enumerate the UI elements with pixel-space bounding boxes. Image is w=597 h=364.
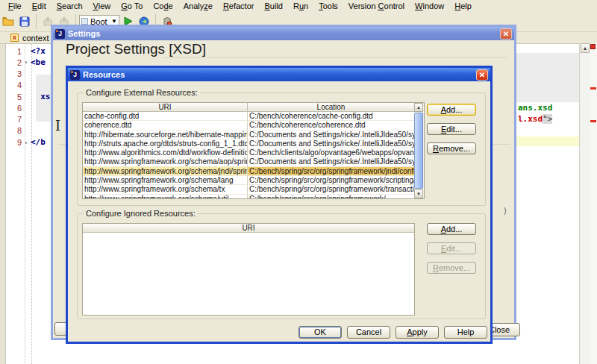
close-icon[interactable]: ✕ — [500, 28, 512, 40]
column-header-uri[interactable]: URI — [83, 224, 414, 232]
settings-titlebar[interactable]: J Settings ✕ — [53, 27, 514, 40]
line-number: 7 — [7, 115, 22, 124]
editor-selection-right — [516, 53, 579, 102]
menu-edit[interactable]: Edit — [27, 1, 51, 11]
table-cell[interactable]: cache-config.dtd — [83, 112, 247, 121]
close-icon[interactable]: ✕ — [476, 69, 488, 81]
menu-go-to[interactable]: Go To — [116, 1, 148, 11]
line-number: 1 — [7, 47, 22, 56]
table-scrollbar[interactable]: ▲ ▼ — [414, 102, 425, 199]
ok-button[interactable]: OK — [298, 326, 342, 339]
table-cell[interactable]: http://www.algorithmics.com/dtd/workflow… — [83, 148, 247, 157]
intellij-logo-icon: J — [55, 29, 65, 39]
editor-current-line-highlight — [516, 136, 579, 146]
tab-context-xml[interactable]: x context — [0, 34, 49, 43]
error-stripe-top-mark[interactable] — [590, 44, 596, 49]
add-button[interactable]: Add... — [427, 223, 476, 235]
fold-marker-icon[interactable]: ▾ — [22, 59, 31, 66]
table-cell[interactable]: http://www.springframework.org/schema/la… — [83, 176, 247, 185]
table-header: URI — [83, 224, 414, 233]
table-row[interactable]: http://www.springframework.org/schema/tx… — [83, 185, 414, 194]
chevron-down-icon: ▼ — [111, 18, 117, 25]
error-stripe-mark[interactable] — [590, 120, 596, 122]
table-cell[interactable]: C:/bench/spring/src/org/springframework/… — [247, 167, 414, 176]
intellij-logo-icon: J — [70, 70, 80, 80]
column-header-uri[interactable]: URI — [83, 103, 247, 111]
menu-run[interactable]: Run — [288, 1, 313, 11]
table-cell[interactable]: C:/bench/spring/src/org/springframework/… — [247, 176, 414, 185]
resources-title: Resources — [83, 70, 125, 79]
ignored-resources-table[interactable]: URI — [82, 223, 415, 316]
table-cell[interactable]: C:/Documents and Settings/ricke/.Intelli… — [247, 157, 414, 166]
table-row[interactable]: coherence.dtdC:/bench/coherence/coherenc… — [83, 121, 414, 130]
table-cell[interactable]: C:/bench/clients/algo/opvantage6/webapps… — [247, 148, 414, 157]
table-cell[interactable]: C:/Documents and Settings/ricke/.Intelli… — [247, 139, 414, 148]
table-row[interactable]: http://www.algorithmics.com/dtd/workflow… — [83, 148, 414, 157]
code-fragment-green: ans.xsd — [518, 103, 552, 113]
table-cell[interactable]: C:/bench/spring/src/org/springframework/… — [247, 195, 414, 199]
menu-help[interactable]: Help — [449, 1, 477, 11]
editor-vertical-scrollbar[interactable]: ▲ — [579, 43, 590, 364]
menu-refactor[interactable]: Refactor — [218, 1, 260, 11]
tool-window-stripe — [0, 44, 6, 364]
add-button[interactable]: Add... — [427, 104, 476, 116]
table-cell[interactable]: coherence.dtd — [83, 121, 247, 130]
error-stripe-mark[interactable] — [590, 87, 596, 90]
table-cell[interactable]: http://www.springframework.org/schema/ao… — [83, 157, 247, 166]
table-row[interactable]: http://www.springframework.org/schema/la… — [83, 176, 414, 185]
line-number: 3 — [7, 69, 22, 78]
open-folder-icon[interactable] — [0, 13, 16, 30]
column-header-location[interactable]: Location — [247, 103, 414, 111]
table-cell[interactable]: http://www.springframework.org/schema/jn… — [83, 167, 247, 176]
menu-version-control[interactable]: Version Control — [343, 1, 410, 11]
table-cell[interactable]: C:/Documents and Settings/ricke/.Intelli… — [247, 131, 414, 139]
scroll-down-icon[interactable]: ▼ — [414, 189, 423, 198]
menu-analyze[interactable]: Analyze — [178, 1, 218, 11]
table-row[interactable]: http://www.springframework.org/schema/jn… — [83, 167, 414, 176]
apply-button[interactable]: Apply — [396, 326, 439, 339]
menu-file[interactable]: File — [3, 1, 27, 11]
help-button[interactable]: Help — [444, 326, 487, 339]
line-number: 6 — [7, 104, 22, 113]
external-resources-table[interactable]: URILocationcache-config.dtdC:/bench/cohe… — [82, 102, 415, 199]
menu-tools[interactable]: Tools — [313, 1, 343, 11]
error-stripe[interactable] — [590, 43, 597, 364]
code-text: </b — [31, 137, 46, 147]
menu-build[interactable]: Build — [259, 1, 287, 11]
remove-button: Remove... — [427, 262, 476, 274]
menu-view[interactable]: View — [88, 1, 116, 11]
table-row[interactable]: http://hibernate.sourceforge.net/hiberna… — [83, 131, 414, 139]
resources-titlebar[interactable]: J Resources ✕ — [68, 68, 490, 81]
table-row[interactable]: http://struts.apache.org/dtds/struts-con… — [83, 139, 414, 148]
scroll-up-icon[interactable]: ▲ — [581, 43, 590, 53]
resources-dialog: J Resources ✕ Configure External Resourc… — [66, 66, 493, 344]
cancel-button[interactable]: Cancel — [347, 326, 390, 339]
edit-button[interactable]: Edit... — [427, 123, 476, 135]
external-resources-group: Configure External Resources: URILocatio… — [77, 92, 486, 206]
scroll-up-icon[interactable]: ▲ — [414, 103, 423, 112]
table-row[interactable]: http://www.springframework.org/schema/ao… — [83, 157, 414, 166]
save-icon[interactable] — [16, 13, 33, 30]
menu-search[interactable]: Search — [51, 1, 88, 11]
table-cell[interactable]: C:/bench/spring/src/org/springframework/… — [247, 185, 414, 194]
line-number: 9 — [7, 138, 22, 147]
page-title: Project Settings [XSD] — [66, 41, 206, 57]
table-cell[interactable]: http://struts.apache.org/dtds/struts-con… — [83, 139, 247, 148]
scroll-thumb[interactable] — [414, 113, 423, 189]
group-label: Configure Ignored Resources: — [84, 209, 198, 218]
table-cell[interactable]: http://www.springframework.org/schema/ut… — [83, 195, 247, 199]
hidden-text-fragment: ) — [504, 206, 507, 215]
table-cell[interactable]: http://hibernate.sourceforge.net/hiberna… — [83, 131, 247, 139]
table-cell[interactable]: http://www.springframework.org/schema/tx — [83, 185, 247, 194]
xml-file-icon: x — [10, 34, 19, 42]
table-row[interactable]: http://www.springframework.org/schema/ut… — [83, 195, 414, 199]
table-cell[interactable]: C:/bench/coherence/coherence.dtd — [247, 121, 414, 130]
code-text: <be — [31, 57, 46, 67]
group-label: Configure External Resources: — [84, 88, 200, 97]
table-cell[interactable]: C:/bench/coherence/cache-config.dtd — [247, 112, 414, 121]
remove-button[interactable]: Remove... — [427, 142, 476, 154]
fold-marker-icon[interactable]: ▴ — [22, 139, 31, 145]
table-row[interactable]: cache-config.dtdC:/bench/coherence/cache… — [83, 112, 414, 121]
menu-code[interactable]: Code — [148, 1, 178, 11]
menu-window[interactable]: Window — [410, 1, 449, 11]
